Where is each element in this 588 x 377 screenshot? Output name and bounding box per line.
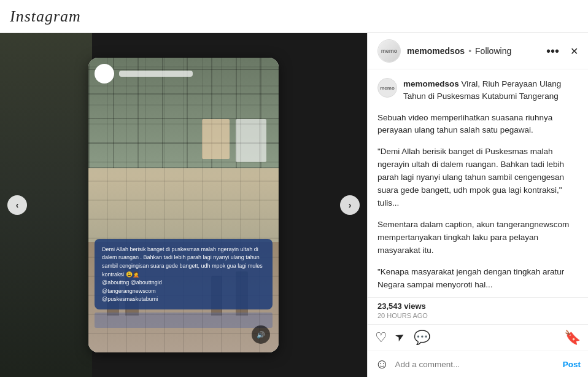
body-text-2: Sementara dalam caption, akun tangerangn… — [377, 219, 578, 257]
post-comment-button[interactable]: Post — [563, 360, 581, 369]
post-username[interactable]: memomedsos — [407, 46, 465, 56]
separator: • — [468, 46, 471, 56]
main-area: ‹ › — [0, 33, 588, 377]
share-button[interactable]: ➤ — [393, 328, 408, 345]
phone-sound-icon[interactable]: 🔊 — [252, 325, 270, 344]
like-button[interactable]: ♡ — [375, 330, 387, 346]
action-row: ♡ ➤ 💬 🔖 — [368, 324, 588, 351]
phone-text-overlay: Demi Allah berisik banget di puskesmas m… — [95, 239, 273, 309]
comment-button[interactable]: 💬 — [414, 330, 430, 346]
caption-username[interactable]: memomedsos — [403, 79, 459, 88]
post-caption-area[interactable]: memo memomedsos Viral, Riuh Perayaan Ula… — [368, 69, 588, 297]
post-timestamp: 20 Hours Ago — [377, 312, 578, 319]
prev-arrow[interactable]: ‹ — [7, 195, 27, 215]
quoted-text-2: "Kenapa masyarakat jengah dengan tingkah… — [377, 266, 578, 292]
post-avatar: memo — [377, 39, 401, 63]
instagram-logo: Instagram — [10, 7, 81, 26]
comment-input-area: ☺ Post — [368, 351, 588, 377]
sound-icon: 🔊 — [257, 331, 265, 339]
views-count: 23,543 views — [377, 301, 578, 311]
comment-input[interactable] — [395, 360, 556, 369]
post-media-area: ‹ › — [0, 33, 367, 377]
story-header — [95, 64, 273, 84]
story-username-bar — [119, 71, 193, 77]
quoted-text-1: "Demi Allah berisik banget di Puskesmas … — [377, 146, 578, 210]
post-info-panel: memo memomedsos • Following ••• ✕ memo m… — [367, 33, 588, 377]
instagram-topbar: Instagram — [0, 0, 588, 33]
avatar-memo-logo: memo — [378, 40, 400, 62]
post-follow-status[interactable]: Following — [475, 46, 511, 56]
more-options-button[interactable]: ••• — [541, 44, 564, 58]
post-meta: 23,543 views 20 Hours Ago — [368, 297, 588, 324]
close-button[interactable]: ✕ — [570, 45, 578, 57]
caption-avatar: memo — [377, 78, 397, 98]
body-text-1: Sebuah video memperlihatkan suasana riuh… — [377, 112, 578, 138]
caption-block: memo memomedsos Viral, Riuh Perayaan Ula… — [377, 78, 578, 103]
phone-screen: Demi Allah berisik banget di puskesmas m… — [88, 58, 279, 352]
next-arrow[interactable]: › — [340, 195, 360, 215]
save-button[interactable]: 🔖 — [564, 330, 581, 346]
emoji-button[interactable]: ☺ — [375, 356, 389, 372]
caption-text: memomedsos Viral, Riuh Perayaan Ulang Ta… — [403, 78, 578, 103]
story-avatar — [95, 64, 114, 84]
phone-mockup: Demi Allah berisik banget di puskesmas m… — [88, 58, 279, 352]
post-header: memo memomedsos • Following ••• ✕ — [368, 33, 588, 69]
post-header-info: memomedsos • Following — [407, 46, 535, 56]
